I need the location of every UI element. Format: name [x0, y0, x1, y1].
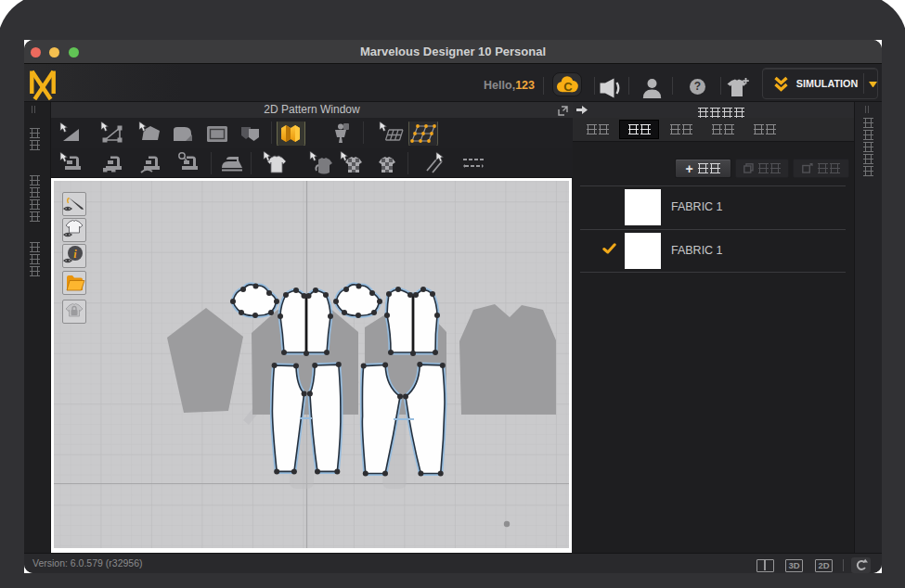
svg-text:C: C: [563, 80, 573, 94]
